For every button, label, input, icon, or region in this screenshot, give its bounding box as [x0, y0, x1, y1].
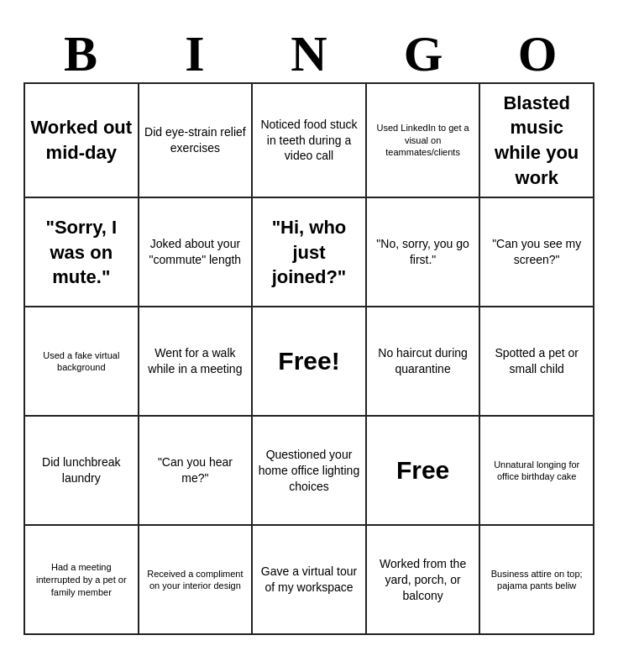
bingo-cell-0[interactable]: Worked out mid-day [25, 84, 139, 199]
bingo-cell-5[interactable]: "Sorry, I was on mute." [25, 198, 139, 307]
bingo-letter-b: B [26, 29, 135, 79]
bingo-letter-n: N [254, 29, 364, 79]
bingo-cell-15[interactable]: Did lunchbreak laundry [25, 417, 139, 526]
bingo-card: BINGO Worked out mid-dayDid eye-strain r… [7, 20, 611, 653]
bingo-cell-6[interactable]: Joked about your "commute" length [139, 198, 254, 307]
bingo-cell-2[interactable]: Noticed food stuck in teeth during a vid… [253, 84, 367, 199]
bingo-cell-17[interactable]: Questioned your home office lighting cho… [253, 417, 367, 526]
bingo-cell-19[interactable]: Unnatural longing for office birthday ca… [480, 417, 594, 526]
bingo-cell-18[interactable]: Free [367, 417, 481, 526]
bingo-letter-o: O [483, 29, 592, 79]
bingo-letter-g: G [369, 29, 478, 79]
bingo-cell-11[interactable]: Went for a walk while in a meeting [139, 307, 254, 417]
bingo-cell-20[interactable]: Had a meeting interrupted by a pet or fa… [25, 526, 139, 635]
bingo-cell-13[interactable]: No haircut during quarantine [367, 307, 481, 417]
bingo-cell-14[interactable]: Spotted a pet or small child [480, 307, 594, 417]
bingo-cell-10[interactable]: Used a fake virtual background [25, 307, 139, 417]
bingo-cell-23[interactable]: Worked from the yard, porch, or balcony [367, 526, 481, 635]
bingo-cell-22[interactable]: Gave a virtual tour of my workspace [253, 526, 367, 635]
bingo-cell-1[interactable]: Did eye-strain relief exercises [139, 84, 254, 199]
bingo-cell-16[interactable]: "Can you hear me?" [139, 417, 254, 526]
bingo-letter-i: I [140, 29, 249, 79]
bingo-cell-24[interactable]: Business attire on top; pajama pants bel… [480, 526, 594, 635]
bingo-cell-4[interactable]: Blasted music while you work [480, 84, 594, 199]
bingo-cell-9[interactable]: "Can you see my screen?" [480, 198, 594, 307]
bingo-header: BINGO [24, 29, 594, 79]
bingo-cell-3[interactable]: Used LinkedIn to get a visual on teammat… [367, 84, 481, 199]
bingo-grid: Worked out mid-dayDid eye-strain relief … [24, 82, 594, 636]
bingo-cell-21[interactable]: Received a compliment on your interior d… [139, 526, 254, 635]
bingo-cell-8[interactable]: "No, sorry, you go first." [367, 198, 481, 307]
bingo-cell-7[interactable]: "Hi, who just joined?" [253, 198, 367, 307]
bingo-cell-12[interactable]: Free! [253, 307, 367, 417]
